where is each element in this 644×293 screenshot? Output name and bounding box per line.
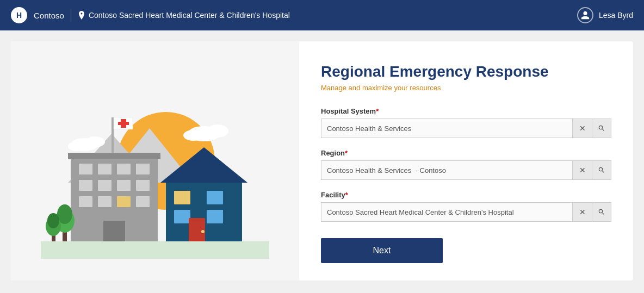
region-input[interactable] <box>321 160 572 180</box>
header-right: Lesa Byrd <box>577 7 633 23</box>
facility-search-button[interactable] <box>592 202 611 222</box>
svg-rect-29 <box>118 122 129 125</box>
svg-rect-19 <box>136 180 150 191</box>
header-divider <box>71 9 71 22</box>
building-illustration <box>41 63 269 259</box>
header-left: H Contoso Contoso Sacred Heart Medical C… <box>11 7 290 23</box>
svg-rect-11 <box>68 153 160 159</box>
svg-point-43 <box>201 230 205 233</box>
form-area: Regional Emergency Response Manage and m… <box>299 41 633 280</box>
region-label: Region* <box>321 149 611 157</box>
hospital-system-input[interactable] <box>321 119 572 138</box>
svg-rect-25 <box>103 232 125 242</box>
hospital-system-field-group: Hospital System* ✕ <box>321 107 611 138</box>
region-input-row: ✕ <box>321 160 611 180</box>
app-logo: H <box>11 7 27 23</box>
clear-icon: ✕ <box>579 166 586 174</box>
region-search-button[interactable] <box>592 160 611 180</box>
location-icon <box>78 11 85 20</box>
region-required: * <box>345 149 348 157</box>
svg-rect-18 <box>117 180 131 191</box>
svg-rect-26 <box>112 117 114 153</box>
svg-rect-12 <box>79 164 92 174</box>
svg-rect-44 <box>41 241 269 259</box>
svg-rect-14 <box>117 164 131 174</box>
hospital-system-input-row: ✕ <box>321 119 611 138</box>
region-clear-button[interactable]: ✕ <box>572 160 592 180</box>
svg-point-6 <box>183 130 203 141</box>
region-field-group: Region* ✕ <box>321 149 611 180</box>
svg-rect-16 <box>79 180 92 191</box>
svg-rect-38 <box>174 191 190 204</box>
facility-name-header: Contoso Sacred Heart Medical Center & Ch… <box>89 11 290 20</box>
hospital-system-label: Hospital System* <box>321 107 611 115</box>
next-button[interactable]: Next <box>321 238 443 263</box>
facility-input[interactable] <box>321 202 572 222</box>
svg-rect-17 <box>98 180 112 191</box>
svg-rect-23 <box>136 196 150 207</box>
illustration-area <box>11 41 299 280</box>
page-title: Regional Emergency Response <box>321 63 611 80</box>
facility-clear-button[interactable]: ✕ <box>572 202 592 222</box>
svg-point-8 <box>85 136 105 147</box>
svg-rect-20 <box>79 196 92 207</box>
svg-rect-15 <box>136 164 150 174</box>
person-icon <box>580 10 590 20</box>
user-avatar-icon[interactable] <box>577 7 593 23</box>
search-icon <box>598 208 605 216</box>
main-card: Regional Emergency Response Manage and m… <box>11 41 633 280</box>
svg-rect-22 <box>117 196 131 207</box>
hospital-system-required: * <box>376 107 379 115</box>
facility-input-row: ✕ <box>321 202 611 222</box>
user-name: Lesa Byrd <box>599 11 633 20</box>
main-wrapper: Regional Emergency Response Manage and m… <box>0 30 644 293</box>
company-name: Contoso <box>34 11 64 20</box>
search-icon <box>598 166 605 174</box>
svg-rect-13 <box>98 164 112 174</box>
app-header: H Contoso Contoso Sacred Heart Medical C… <box>0 0 644 30</box>
clear-icon: ✕ <box>579 124 586 133</box>
hospital-system-search-button[interactable] <box>592 119 611 138</box>
svg-point-5 <box>207 124 228 138</box>
svg-rect-41 <box>207 210 223 223</box>
svg-rect-21 <box>98 196 112 207</box>
clear-icon: ✕ <box>579 208 586 216</box>
page-subtitle: Manage and maximize your resources <box>321 84 611 92</box>
svg-rect-40 <box>174 210 190 223</box>
facility-required: * <box>345 191 348 199</box>
facility-label: Facility* <box>321 191 611 199</box>
hospital-system-clear-button[interactable]: ✕ <box>572 119 592 138</box>
svg-point-35 <box>47 213 59 228</box>
header-location: Contoso Sacred Heart Medical Center & Ch… <box>78 11 290 20</box>
svg-rect-39 <box>207 191 223 204</box>
svg-point-9 <box>68 141 84 151</box>
facility-field-group: Facility* ✕ <box>321 191 611 222</box>
search-icon <box>598 124 605 132</box>
